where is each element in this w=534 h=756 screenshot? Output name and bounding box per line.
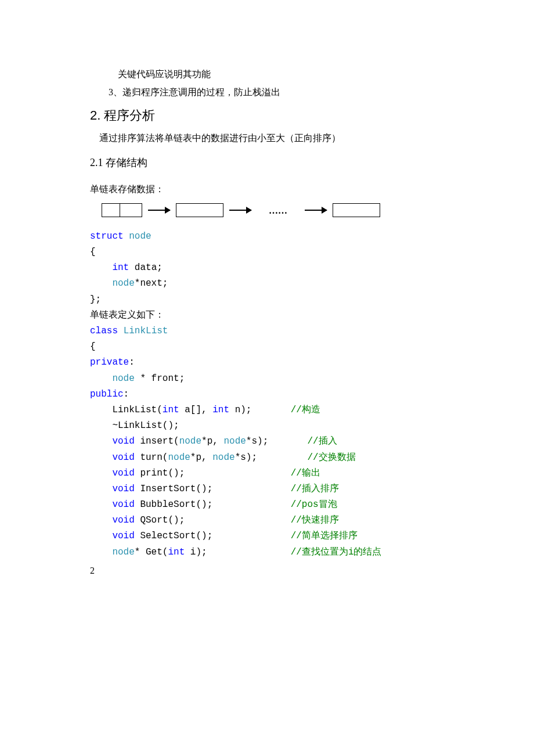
indent	[90, 531, 112, 541]
indent	[90, 262, 112, 273]
keyword: struct	[90, 231, 124, 242]
arrow-icon	[229, 210, 251, 211]
code-text: data;	[129, 262, 163, 273]
code-text: * front;	[135, 373, 185, 384]
keyword: class	[90, 326, 118, 336]
code-text: BubbleSort();	[135, 499, 291, 510]
indent	[90, 373, 112, 384]
keyword: void	[112, 531, 134, 541]
code-text: SelectSort();	[135, 531, 291, 541]
node-box	[333, 203, 380, 217]
code-text: * Get(	[135, 547, 168, 557]
code-text: LinkList(	[90, 405, 163, 415]
type: node	[112, 373, 134, 384]
code-text: *p,	[190, 452, 212, 463]
brace: {	[90, 341, 96, 352]
code-text: *s);	[235, 452, 297, 463]
comment: //输出	[291, 468, 320, 478]
comment: //构造	[291, 405, 320, 415]
intro-line-1: 关键代码应说明其功能	[90, 66, 444, 82]
arrow-icon	[148, 210, 170, 211]
section-2-heading: 2. 程序分析	[90, 105, 444, 126]
keyword: public	[90, 389, 124, 399]
arrow-icon	[305, 210, 327, 211]
code-text: InsertSort();	[135, 484, 291, 494]
type: node	[112, 278, 134, 289]
comment: //插入排序	[291, 484, 339, 494]
definition-label: 单链表定义如下：	[90, 310, 164, 321]
code-text: n);	[229, 405, 291, 415]
code-text: *p,	[201, 436, 223, 447]
indent	[90, 468, 112, 478]
type: node	[112, 547, 134, 557]
linked-list-diagram: ……	[102, 203, 444, 218]
keyword: void	[112, 468, 134, 478]
type: node	[129, 231, 151, 242]
document-page: 关键代码应说明其功能 3、递归程序注意调用的过程，防止栈溢出 2. 程序分析 通…	[0, 0, 534, 602]
code-text: ~LinkList();	[90, 420, 179, 431]
code-block: struct node { int data; node*next; }; 单链…	[90, 229, 444, 560]
page-number: 2	[90, 563, 444, 578]
keyword: int	[212, 405, 229, 415]
type: node	[179, 436, 201, 447]
section-2-desc: 通过排序算法将单链表中的数据进行由小至大（正向排序）	[90, 130, 444, 146]
keyword: int	[168, 547, 185, 557]
type: LinkList	[124, 326, 168, 336]
keyword: void	[112, 515, 134, 525]
keyword: void	[112, 452, 134, 463]
comment: //查找位置为i的结点	[291, 547, 382, 557]
code-text: turn(	[135, 452, 168, 463]
code-text: i);	[185, 547, 290, 557]
comment: //快速排序	[291, 515, 339, 525]
brace: };	[90, 294, 101, 305]
keyword: void	[112, 484, 134, 494]
indent	[90, 547, 112, 557]
ellipsis: ……	[269, 203, 287, 218]
indent	[90, 515, 112, 525]
type: node	[212, 452, 234, 463]
colon: :	[124, 389, 129, 399]
keyword: int	[163, 405, 179, 415]
keyword: void	[112, 499, 134, 510]
comment: //pos冒泡	[291, 499, 337, 510]
indent	[90, 436, 112, 447]
node-box	[176, 203, 223, 217]
keyword: void	[112, 436, 134, 447]
comment: //简单选择排序	[291, 531, 358, 541]
comment: //交换数据	[307, 452, 355, 463]
section-2-1-heading: 2.1 存储结构	[90, 154, 444, 172]
keyword: private	[90, 357, 129, 368]
code-text: a[],	[179, 405, 213, 415]
indent	[90, 452, 112, 463]
indent	[90, 484, 112, 494]
storage-label: 单链表存储数据：	[90, 181, 444, 197]
code-text: insert(	[135, 436, 179, 447]
indent	[90, 499, 112, 510]
intro-line-2: 3、递归程序注意调用的过程，防止栈溢出	[90, 84, 444, 100]
node-box	[102, 203, 142, 217]
code-text: QSort();	[135, 515, 291, 525]
code-text: print();	[135, 468, 291, 478]
code-text: *next;	[135, 278, 168, 289]
comment: //插入	[307, 436, 337, 447]
indent	[90, 278, 112, 289]
code-text: *s);	[246, 436, 308, 447]
keyword: int	[112, 262, 129, 273]
brace: {	[90, 247, 96, 257]
type: node	[168, 452, 190, 463]
type: node	[223, 436, 246, 447]
colon: :	[129, 357, 135, 368]
